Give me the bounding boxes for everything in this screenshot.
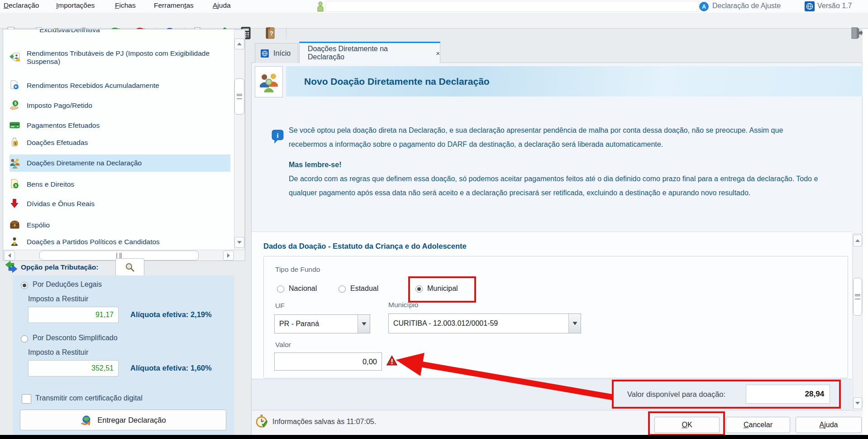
tributacao-search-button[interactable] [115,258,144,276]
sidebar-item-pagamentos-efetuados[interactable]: Pagamentos Efetuados [10,117,230,134]
tab-inicio[interactable]: Início [255,43,298,63]
imposto-restituir-2-field[interactable]: 352,51 [28,360,119,376]
tab-label: Início [273,49,291,58]
aliquota-1-label: Alíquota efetiva: 2,19% [130,310,212,319]
screenshot-bottom-edge [0,435,868,439]
tab-label: Doações Diretamente na Declaração [308,45,425,61]
certificacao-digital-checkbox[interactable] [22,394,31,404]
sidebar-item-rendimentos-pj[interactable]: Rendimentos Tributáveis de PJ (Imposto c… [10,45,230,70]
imposto-restituir-1-field[interactable]: 91,17 [28,307,119,323]
page-title: Novo Doação Diretamente na Declaração [304,76,490,87]
document-dollar-icon: $ [10,179,20,190]
radio-nacional[interactable] [277,285,284,293]
exit-icon[interactable] [850,27,863,39]
page-header-banner: Novo Doação Diretamente na Declaração [286,66,863,96]
uf-value: PR - Paraná [275,320,358,328]
aliquota-2-label: Alíquota efetiva: 1,60% [130,364,212,372]
uf-select[interactable]: PR - Paraná [274,314,370,333]
svg-text:i: i [277,131,279,139]
menu-ferramentas[interactable]: Ferramentas [154,1,194,10]
left-arrow-icon [8,253,11,258]
chevron-down-icon [358,315,370,333]
entregar-declaracao-label: Entregar Declaração [97,416,166,425]
credit-card-icon [10,120,20,131]
tributacao-panel: Por Deduções Legais Imposto a Restituir … [13,275,234,436]
sidebar-item-doacoes-partidos[interactable]: Doações a Partidos Políticos e Candidato… [10,234,230,250]
uf-label: UF [275,302,285,310]
people-group-icon [10,158,20,169]
scroll-right-button[interactable] [223,251,234,261]
taxpayer-name-field[interactable] [326,1,699,12]
info-remember-title: Mas lembre-se! [289,158,820,172]
svg-text:A: A [702,4,706,10]
sidebar-item-exclusiva-definitiva[interactable]: Exclusiva/Definitiva [10,29,230,37]
sidebar-item-label: Bens e Direitos [27,180,74,188]
menu-fichas[interactable]: Fichas [115,1,136,10]
valor-field[interactable]: 0,00 [274,352,382,371]
annotation-arrow [385,347,620,405]
version-label: Versão 1.7 [817,2,852,10]
radio-estadual[interactable] [339,285,346,293]
tab-close-icon[interactable]: × [436,49,440,57]
scroll-down-button[interactable] [234,237,244,248]
person-icon [10,236,20,247]
id-card-warning-icon [10,52,20,63]
status-message: Informações salvas às 11:07:05. [272,418,376,426]
menu-importacoes[interactable]: Importações [56,1,95,10]
scroll-up-button[interactable] [853,235,862,246]
up-arrow-icon [855,239,860,242]
municipio-label: Município [388,301,418,309]
municipio-select[interactable]: CURITIBA - 12.003.012/0001-59 [388,314,581,333]
help-book-icon[interactable]: ? [264,27,278,39]
scroll-up-button[interactable] [234,39,244,49]
grip-icon [116,253,122,258]
sidebar-item-dividas-onus[interactable]: Dívidas e Ônus Reais [10,196,230,212]
chevron-down-icon [568,314,581,333]
section-icon-box [255,66,283,97]
section-divider [252,232,852,232]
svg-text:$: $ [14,101,17,106]
window-right-edge [863,29,868,436]
cancel-button[interactable]: Cancelar [726,417,790,433]
sidebar-item-doacoes-diretamente[interactable]: Doações Diretamente na Declaração [10,154,230,172]
sidebar-item-rendimentos-acumuladamente[interactable]: Rendimentos Recebidos Acumuladamente [10,77,230,94]
sidebar-item-bens-direitos[interactable]: $ Bens e Direitos [10,176,230,193]
right-arrow-icon [227,253,230,258]
sidebar-item-label: Exclusiva/Definitiva [39,29,100,34]
radio-municipal[interactable] [415,285,423,293]
document-arrow-icon [10,80,20,91]
scroll-down-button[interactable] [853,397,862,409]
field-label: Imposto a Restituir [28,295,88,303]
sidebar-item-label: Pagamentos Efetuados [27,121,100,130]
money-bag-icon: $ [10,137,20,148]
sidebar-item-label: Rendimentos Tributáveis de PJ (Imposto c… [27,49,221,66]
saved-clock-icon [255,414,268,430]
sidebar-item-label: Doações a Partidos Políticos e Candidato… [27,238,160,246]
tab-doacoes-diretamente[interactable]: Doações Diretamente na Declaração × [299,42,440,63]
grip-icon [855,294,860,299]
menu-declaracao[interactable]: Declaração [4,1,39,10]
radio-municipal-label: Municipal [427,285,458,293]
sidebar-scrollbar-thumb[interactable] [234,78,244,115]
sidebar-item-imposto-pago[interactable]: $ Imposto Pago/Retido [10,97,230,114]
menu-ajuda[interactable]: Ajuda [213,1,231,10]
scroll-left-button[interactable] [4,251,15,261]
radio-desconto-simplificado[interactable] [21,335,28,343]
help-button[interactable]: Ajuda [796,417,862,433]
svg-text:?: ? [270,30,273,37]
ok-button[interactable]: OK [654,417,720,433]
declaration-type-label: Declaração de Ajuste [712,2,781,10]
form-scrollbar-thumb[interactable] [853,278,862,316]
entregar-declaracao-button[interactable]: Entregar Declaração [20,410,226,430]
grip-icon [237,94,242,99]
down-arrow-icon [855,402,860,405]
search-icon [124,262,135,273]
sidebar-item-label: Doações Efetuadas [27,139,88,147]
radio-deducoes-legais[interactable] [21,282,28,289]
sidebar-item-doacoes-efetuadas[interactable]: $ Doações Efetuadas [10,135,230,151]
form-vertical-scrollbar[interactable] [853,233,862,410]
sections-list: Exclusiva/Definitiva Rendimentos Tributá… [3,29,245,261]
sidebar-vertical-scrollbar[interactable] [234,29,245,251]
sidebar-item-espolio[interactable]: Espólio [10,217,230,233]
radio-estadual-label: Estadual [350,285,378,293]
